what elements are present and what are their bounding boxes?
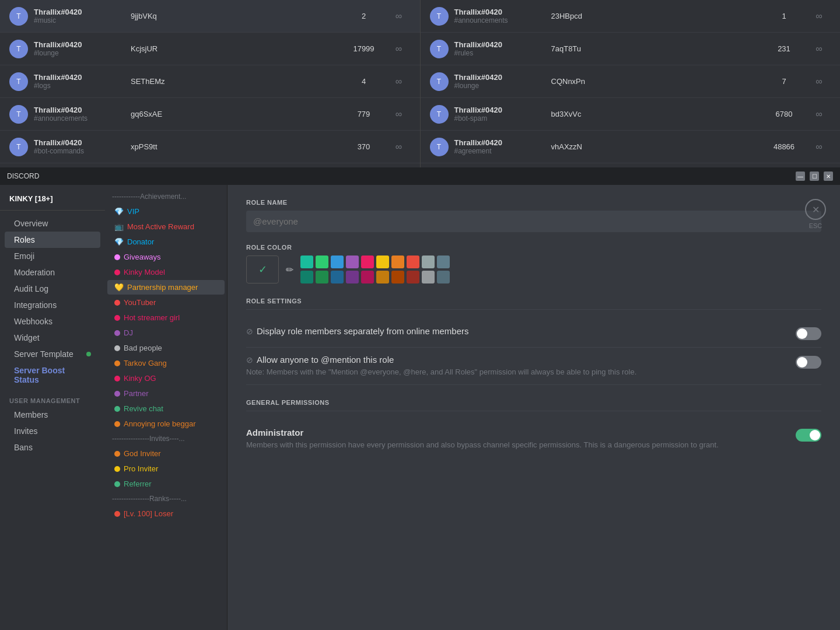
- color-swatch[interactable]: [391, 256, 404, 268]
- color-swatch[interactable]: [422, 271, 435, 284]
- role-item[interactable]: God Inviter: [107, 446, 225, 461]
- sidebar-item-widget[interactable]: Widget: [5, 330, 100, 346]
- invite-inf: ∞: [807, 11, 831, 22]
- table-row: T Thrallix#0420 #rules 7aqT8Tu 231 ∞: [421, 33, 841, 65]
- setting-toggle[interactable]: [796, 356, 821, 369]
- color-swatch[interactable]: [331, 256, 344, 268]
- role-item[interactable]: Giveaways: [107, 250, 225, 264]
- username: Thrallix#0420: [454, 106, 502, 114]
- invite-code: 23HBpcd: [547, 12, 761, 20]
- color-swatch[interactable]: [361, 256, 374, 268]
- sidebar-item-invites[interactable]: Invites: [5, 423, 100, 439]
- sidebar-item-moderation[interactable]: Moderation: [5, 264, 100, 281]
- color-swatch[interactable]: [346, 256, 359, 268]
- role-item[interactable]: Hot streamer girl: [107, 310, 225, 325]
- role-settings-section: ROLE SETTINGS ⊘ Display role members sep…: [246, 298, 821, 385]
- color-swatch[interactable]: [316, 256, 328, 268]
- username: Thrallix#0420: [454, 73, 502, 82]
- role-item[interactable]: Partner: [107, 386, 225, 401]
- color-swatch[interactable]: [407, 256, 419, 268]
- no-permission-icon: ⊘: [246, 327, 253, 336]
- user-management-label: USER MANAGEMENT: [0, 388, 105, 407]
- close-button[interactable]: ✕: [824, 172, 833, 181]
- color-picker-icon[interactable]: ✏: [286, 264, 293, 275]
- color-swatch[interactable]: [407, 271, 419, 284]
- color-swatch[interactable]: [346, 271, 359, 284]
- sidebar-item-roles[interactable]: Roles: [5, 232, 100, 248]
- sidebar-item-bans[interactable]: Bans: [5, 439, 100, 456]
- color-swatch[interactable]: [422, 256, 435, 268]
- role-color-label: ROLE COLOR: [246, 244, 821, 251]
- invite-count: 7: [761, 77, 807, 86]
- esc-button[interactable]: ✕ ESC: [805, 199, 826, 229]
- color-preview-row: ✓ ✏: [246, 256, 821, 284]
- table-row: T Thrallix#0420 #announcements gq6SxAE 7…: [0, 98, 420, 131]
- invite-count: 231: [761, 44, 807, 53]
- table-row: T Thrallix#0420 #lounge KcjsjUR 17999 ∞: [0, 33, 420, 65]
- setting-row: ⊘ Allow anyone to @mention this role Not…: [246, 348, 821, 385]
- role-item[interactable]: 📺 Most Active Reward: [107, 219, 225, 234]
- role-item[interactable]: Annoying role beggar: [107, 416, 225, 431]
- color-swatch[interactable]: [300, 256, 313, 268]
- color-swatch[interactable]: [437, 271, 450, 284]
- minimize-button[interactable]: —: [796, 172, 805, 181]
- role-item[interactable]: 💛 Partnership manager: [107, 280, 225, 295]
- role-item[interactable]: Kinky OG: [107, 371, 225, 386]
- avatar: T: [9, 138, 28, 156]
- channel-tag: #bot-commands: [34, 147, 84, 155]
- role-item[interactable]: YouTuber: [107, 295, 225, 310]
- role-color-dot: [114, 254, 120, 260]
- color-swatch[interactable]: [316, 271, 328, 284]
- channel-tag: #lounge: [34, 49, 82, 57]
- sidebar-item-audit-log[interactable]: Audit Log: [5, 281, 100, 297]
- color-swatch[interactable]: [376, 271, 389, 284]
- role-label: Pro Inviter: [124, 464, 158, 473]
- color-swatch[interactable]: [331, 271, 344, 284]
- color-swatch[interactable]: [361, 271, 374, 284]
- sidebar-item-server-boost[interactable]: Server Boost Status: [5, 362, 100, 388]
- invite-inf: ∞: [807, 76, 831, 87]
- sidebar-item-webhooks[interactable]: Webhooks: [5, 313, 100, 330]
- permission-toggle[interactable]: [796, 429, 821, 442]
- titlebar-controls: — ☐ ✕: [796, 172, 833, 181]
- color-swatches: [300, 256, 821, 284]
- user-name-col: Thrallix#0420 #lounge: [454, 73, 502, 90]
- channel-tag: #logs: [34, 82, 82, 90]
- role-separator: ----------------Ranks-----...: [105, 492, 227, 506]
- sidebar-item-overview[interactable]: Overview: [5, 215, 100, 232]
- role-item[interactable]: 💎 Donator: [107, 235, 225, 249]
- role-item[interactable]: DJ: [107, 326, 225, 340]
- sidebar-item-server-template[interactable]: Server Template: [5, 346, 100, 362]
- avatar: T: [9, 72, 28, 91]
- role-item[interactable]: Kinky Model: [107, 265, 225, 279]
- role-item[interactable]: Bad people: [107, 341, 225, 355]
- role-item[interactable]: Tarkov Gang: [107, 356, 225, 370]
- sidebar-item-emoji[interactable]: Emoji: [5, 248, 100, 264]
- channel-tag: #music: [34, 16, 82, 24]
- esc-icon[interactable]: ✕: [805, 199, 826, 220]
- maximize-button[interactable]: ☐: [810, 172, 819, 181]
- role-item[interactable]: Referrer: [107, 477, 225, 491]
- setting-toggle[interactable]: [796, 327, 821, 340]
- role-item[interactable]: Pro Inviter: [107, 461, 225, 476]
- color-swatch[interactable]: [376, 256, 389, 268]
- user-info: T Thrallix#0420 #agreement: [430, 138, 547, 156]
- role-label: Giveaways: [124, 253, 161, 261]
- invite-inf: ∞: [807, 44, 831, 54]
- sidebar-item-integrations[interactable]: Integrations: [5, 297, 100, 313]
- role-item[interactable]: 💎 VIP: [107, 204, 225, 219]
- titlebar: DISCORD — ☐ ✕: [0, 167, 840, 185]
- invite-inf: ∞: [387, 11, 411, 22]
- esc-label: ESC: [809, 222, 822, 229]
- color-swatch[interactable]: [437, 256, 450, 268]
- sidebar-item-members[interactable]: Members: [5, 407, 100, 423]
- role-item[interactable]: Revive chat: [107, 401, 225, 416]
- color-preview-box[interactable]: ✓: [246, 256, 279, 284]
- table-row: T Thrallix#0420 #lounge CQNnxPn 7 ∞: [421, 65, 841, 98]
- user-name-col: Thrallix#0420 #bot-commands: [34, 138, 84, 155]
- role-name-input[interactable]: [246, 211, 821, 232]
- color-swatch[interactable]: [391, 271, 404, 284]
- color-swatch[interactable]: [300, 271, 313, 284]
- user-info: T Thrallix#0420 #lounge: [430, 72, 547, 91]
- role-item[interactable]: [Lv. 100] Loser: [107, 506, 225, 521]
